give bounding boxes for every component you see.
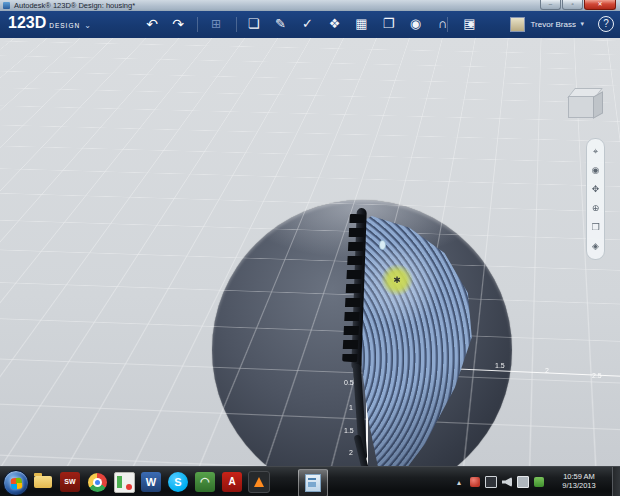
help-button[interactable]: ? [598, 16, 614, 32]
taskbar-green-app-button[interactable]: ◠ [193, 470, 217, 494]
avatar[interactable] [510, 17, 525, 32]
combine-icon[interactable]: ◉ [408, 15, 423, 33]
taskbar-word-button[interactable]: W [139, 470, 163, 494]
system-tray: ▴ [457, 467, 544, 496]
window-controls: – ▫ ✕ [539, 0, 616, 10]
pattern-icon[interactable]: ▦ [354, 15, 369, 33]
redo-icon: ↷ [172, 16, 184, 32]
view-cube-side-face[interactable] [593, 91, 603, 118]
taskbar-solidworks-button[interactable]: SW [58, 470, 82, 494]
app-window: Autodesk® 123D® Design: housing* – ▫ ✕ 1… [0, 0, 620, 496]
undo-icon: ↶ [146, 16, 158, 32]
clock-time: 10:59 AM [548, 472, 610, 481]
sketch-icon[interactable]: ✎ [273, 15, 288, 33]
chrome-icon [88, 473, 107, 492]
main-toolbar: 123D DESIGN ⌄ ↶ ↷ ⊞ ❏ ✎ ✓ ❖ ▦ ❐ ◉ ∩ ▤ ● … [0, 11, 620, 40]
solidworks-icon: SW [60, 472, 80, 492]
material-icon[interactable]: ● [462, 15, 480, 33]
axis-tick-label: 1.5 [495, 362, 505, 369]
zoom-icon[interactable]: ⊕ [589, 202, 602, 215]
app-menu-button[interactable]: 123D DESIGN ⌄ [8, 14, 91, 32]
toolbar-separator [447, 17, 448, 32]
close-button[interactable]: ✕ [584, 0, 616, 10]
view-cube[interactable] [568, 88, 604, 124]
green-app-icon: ◠ [195, 472, 215, 492]
orbit-icon[interactable]: ◉ [589, 164, 602, 177]
view-cube-front-face[interactable] [568, 96, 594, 118]
vlc-icon [248, 471, 270, 493]
taskbar-explorer-button[interactable] [31, 470, 55, 494]
start-button[interactable] [3, 470, 29, 496]
tray-security-icon[interactable] [470, 477, 480, 487]
clock-date: 9/13/2013 [548, 481, 610, 490]
tool-group: ❏ ✎ ✓ ❖ ▦ ❐ ◉ ∩ ▤ [246, 15, 477, 33]
minimize-button[interactable]: – [540, 0, 561, 10]
undo-button[interactable]: ↶ [142, 15, 162, 33]
tray-volume-icon[interactable] [502, 477, 512, 487]
grouping-icon[interactable]: ❐ [381, 15, 396, 33]
taskbar-gallery-button[interactable] [112, 470, 136, 494]
chevron-down-icon: ⌄ [84, 21, 91, 30]
window-title: Autodesk® 123D® Design: housing* [14, 1, 135, 10]
fit-view-icon[interactable]: ❒ [589, 221, 602, 234]
account-area: Trevor Brass ... ▾ ? [510, 15, 614, 33]
view-navigation-strip: ⌖ ◉ ✥ ⊕ ❒ ◈ [586, 138, 605, 260]
taskbar-adobe-button[interactable]: A [220, 470, 244, 494]
tray-expand-icon[interactable]: ▴ [457, 478, 461, 487]
tray-network-icon[interactable] [517, 476, 529, 488]
toolbar-separator [236, 17, 237, 32]
account-caret-icon[interactable]: ▾ [580, 20, 584, 28]
adobe-reader-icon: A [222, 472, 242, 492]
view-mode-icon[interactable]: ◈ [589, 240, 602, 253]
skype-icon: S [168, 472, 188, 492]
transform-icon[interactable]: ⊞ [208, 16, 224, 32]
123d-document-icon [305, 474, 321, 492]
redo-button[interactable]: ↷ [168, 15, 188, 33]
taskbar-chrome-button[interactable] [85, 470, 109, 494]
taskbar-apps: SW W S ◠ A [31, 470, 271, 494]
selection-highlight-marker[interactable]: ✱ [381, 264, 413, 296]
axis-tick-label: 1 [349, 404, 353, 411]
pan-icon[interactable]: ✥ [589, 183, 602, 196]
maximize-button[interactable]: ▫ [562, 0, 583, 10]
toolbar-separator [197, 17, 198, 32]
gallery-icon [114, 472, 135, 493]
axis-tick-label: 2.5 [592, 372, 602, 379]
grid-plane [0, 38, 620, 466]
tray-update-icon[interactable] [534, 477, 544, 487]
axis-tick-label: 2 [349, 449, 353, 456]
app-icon [3, 2, 10, 9]
windows-logo-icon [10, 477, 22, 489]
modify-icon[interactable]: ❖ [327, 15, 342, 33]
snap-center-icon: ✱ [393, 275, 401, 285]
show-desktop-button[interactable] [612, 467, 620, 496]
brand-sub-label: DESIGN [49, 22, 80, 29]
taskbar-clock[interactable]: 10:59 AM 9/13/2013 [548, 469, 610, 490]
user-name[interactable]: Trevor Brass ... [530, 20, 576, 29]
primitives-icon[interactable]: ❏ [246, 15, 261, 33]
viewport-canvas[interactable]: ✱ 0.5 1 1.5 2 2.5 1.5 2 2.5 ⌖ ◉ ✥ ⊕ ❒ ◈ … [0, 38, 620, 466]
folder-icon [34, 476, 52, 488]
tray-display-icon[interactable] [485, 476, 497, 488]
axis-tick-label: 0.5 [344, 379, 354, 386]
brand-logo: 123D [8, 14, 46, 32]
taskbar-123d-active-button[interactable] [298, 469, 328, 496]
windows-taskbar: SW W S ◠ A ▴ 10:59 AM 9/13/2013 [0, 466, 620, 496]
axis-tick-label: 2 [545, 367, 549, 374]
word-icon: W [141, 472, 161, 492]
axis-tick-label: 1.5 [344, 427, 354, 434]
center-view-icon[interactable]: ⌖ [589, 145, 602, 158]
taskbar-skype-button[interactable]: S [166, 470, 190, 494]
snap-point-indicator [379, 240, 386, 250]
construct-icon[interactable]: ✓ [300, 15, 315, 33]
taskbar-vlc-button[interactable] [247, 470, 271, 494]
